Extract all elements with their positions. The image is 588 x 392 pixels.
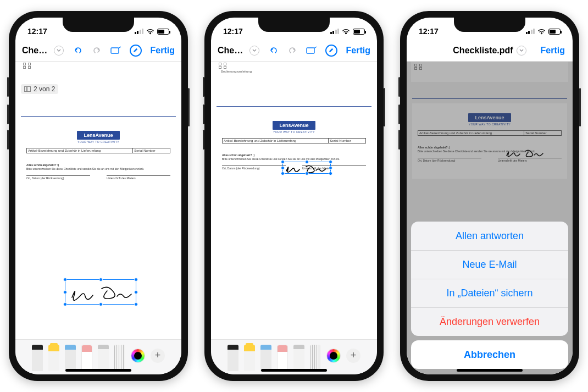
- tool-highlighter[interactable]: [244, 345, 255, 371]
- done-button[interactable]: Fertig: [343, 46, 370, 56]
- battery-icon: [353, 29, 365, 35]
- article-table: Artikel-Bezeichnung und Zubehör in Liefe…: [26, 148, 170, 153]
- home-indicator: [65, 369, 131, 372]
- cellular-icon: [135, 29, 144, 34]
- wifi-icon: [537, 29, 546, 35]
- wifi-icon: [146, 29, 154, 35]
- tool-pen[interactable]: [228, 345, 238, 371]
- action-sheet-group: Allen antworten Neue E-Mail In „Dateien“…: [411, 222, 568, 336]
- tool-pen[interactable]: [32, 345, 43, 371]
- brand-tagline: YOUR WAY TO CREATIVITY: [77, 140, 119, 143]
- sheet-cancel[interactable]: Abbrechen: [411, 340, 568, 369]
- tool-eraser[interactable]: [277, 345, 288, 371]
- annotate-button[interactable]: [108, 46, 124, 56]
- title-dropdown[interactable]: [517, 46, 526, 56]
- tool-pencil[interactable]: [260, 345, 271, 371]
- notch: [258, 18, 330, 32]
- title-dropdown[interactable]: [249, 46, 259, 56]
- signature-graphic: [65, 280, 137, 305]
- signature-selection[interactable]: [282, 162, 331, 174]
- tool-eraser[interactable]: [81, 345, 92, 371]
- action-sheet: Allen antworten Neue E-Mail In „Dateien“…: [411, 222, 568, 369]
- document-canvas[interactable]: Bedienungsanleitung LensAvenue YOUR WAY …: [211, 62, 377, 339]
- done-button[interactable]: Fertig: [537, 46, 565, 56]
- markup-toggle[interactable]: [323, 45, 340, 57]
- wifi-icon: [342, 29, 350, 35]
- signature-selection[interactable]: [65, 279, 136, 305]
- tool-ruler[interactable]: [114, 345, 125, 371]
- undo-button[interactable]: [266, 45, 281, 56]
- redo-button[interactable]: [89, 45, 104, 56]
- tool-ruler[interactable]: [310, 345, 321, 371]
- sheet-reply-all[interactable]: Allen antworten: [411, 222, 568, 250]
- document-title: Checkliste.pdf: [453, 46, 513, 56]
- redo-button[interactable]: [285, 45, 300, 56]
- page-counter: 2 von 2: [21, 84, 58, 94]
- document-title: Chec...: [22, 46, 51, 56]
- tool-highlighter[interactable]: [48, 345, 59, 371]
- svg-rect-3: [307, 48, 314, 53]
- document-title: Chec...: [218, 46, 246, 56]
- home-indicator: [261, 369, 327, 372]
- brand-tagline: YOUR WAY TO CREATIVITY: [273, 130, 315, 134]
- svg-rect-2: [27, 87, 31, 92]
- svg-rect-0: [111, 48, 119, 53]
- cellular-icon: [526, 29, 535, 34]
- document-canvas: LensAvenue YOUR WAY TO CREATIVITY Artike…: [407, 62, 573, 374]
- document-canvas[interactable]: 2 von 2 LensAvenue YOUR WAY TO CREATIVIT…: [15, 62, 181, 339]
- color-picker[interactable]: [326, 349, 341, 363]
- phone-1: 12:17 Chec... Fertig 2 von 2: [9, 11, 188, 381]
- article-table: Artikel-Bezeichnung und Zubehör in Liefe…: [222, 138, 366, 143]
- tool-lasso[interactable]: [98, 345, 109, 371]
- title-dropdown[interactable]: [54, 46, 64, 56]
- clock: 12:17: [27, 27, 47, 36]
- clock: 12:17: [223, 27, 243, 36]
- cellular-icon: [330, 29, 340, 34]
- brand-badge: LensAvenue: [273, 121, 315, 130]
- add-button[interactable]: +: [151, 349, 165, 363]
- svg-rect-1: [25, 87, 27, 92]
- page-counter-text: 2 von 2: [34, 85, 55, 93]
- tool-lasso[interactable]: [293, 345, 304, 371]
- add-button[interactable]: +: [346, 349, 360, 363]
- home-indicator: [457, 369, 523, 372]
- notch: [454, 18, 525, 32]
- done-button[interactable]: Fertig: [147, 46, 175, 56]
- document-page: LensAvenue YOUR WAY TO CREATIVITY Artike…: [21, 121, 176, 196]
- checkbox-label: Bedienungsanleitung: [221, 70, 252, 73]
- simple-toolbar: Checkliste.pdf Fertig: [407, 40, 573, 62]
- markup-toggle[interactable]: [127, 45, 144, 57]
- battery-icon: [548, 29, 561, 35]
- pen-icon: [130, 45, 142, 57]
- annotate-button[interactable]: [303, 46, 320, 56]
- notch: [63, 18, 134, 32]
- sheet-discard[interactable]: Änderungen verwerfen: [411, 307, 568, 336]
- phone-2: 12:17 Chec... Fertig Bedienungsanleitung: [204, 11, 384, 381]
- pen-icon: [325, 45, 337, 57]
- color-picker[interactable]: [131, 349, 145, 363]
- document-fragment-top: [20, 62, 177, 81]
- document-fragment-top: Bedienungsanleitung: [215, 62, 373, 84]
- battery-icon: [157, 29, 169, 35]
- brand-badge: LensAvenue: [77, 131, 119, 140]
- sheet-save-files[interactable]: In „Dateien“ sichern: [411, 279, 568, 307]
- markup-toolbar: Chec... Fertig: [211, 40, 377, 62]
- document-page: LensAvenue YOUR WAY TO CREATIVITY Artike…: [217, 111, 371, 186]
- signature-field-place: Ort, Datum (der Rücksendung): [222, 165, 286, 170]
- sheet-new-mail[interactable]: Neue E-Mail: [411, 250, 568, 279]
- clock: 12:17: [419, 27, 439, 36]
- markup-toolbar: Chec... Fertig: [15, 40, 181, 62]
- tool-pencil[interactable]: [65, 345, 76, 371]
- signature-field-name: Unterschrift des Mieters: [107, 175, 170, 180]
- signature-field-place: Ort, Datum (der Rücksendung): [26, 175, 90, 180]
- undo-button[interactable]: [70, 45, 86, 56]
- phone-3: 12:17 Checkliste.pdf Fertig LensAvenue Y…: [400, 11, 579, 381]
